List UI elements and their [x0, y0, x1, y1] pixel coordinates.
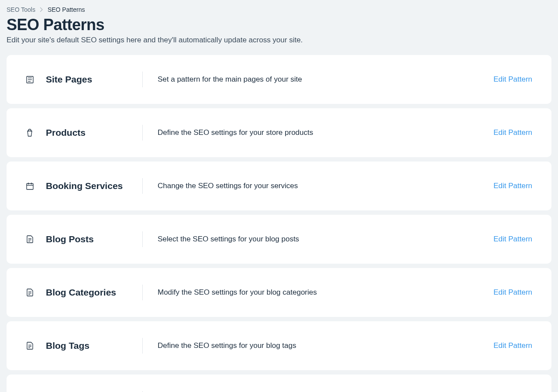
pattern-description: Set a pattern for the main pages of your… — [143, 75, 493, 84]
edit-pattern-link[interactable]: Edit Pattern — [493, 182, 532, 190]
pattern-title-col: Booking Services — [34, 178, 143, 194]
pattern-list: Site PagesSet a pattern for the main pag… — [7, 55, 551, 392]
breadcrumb-current: SEO Patterns — [48, 6, 85, 13]
chevron-right-icon — [40, 7, 43, 12]
page-title: SEO Patterns — [7, 16, 551, 34]
pattern-description: Modify the SEO settings for your blog ca… — [143, 288, 493, 297]
edit-pattern-link[interactable]: Edit Pattern — [493, 341, 532, 350]
pattern-card: Blog CategoriesModify the SEO settings f… — [7, 268, 551, 317]
page-subtitle: Edit your site's default SEO settings he… — [7, 36, 551, 45]
pattern-title-col: Products — [34, 125, 143, 141]
pattern-title: Site Pages — [46, 74, 92, 85]
pattern-description: Define the SEO settings for your blog ta… — [143, 341, 493, 350]
pattern-title-col: Blog Tags — [34, 338, 143, 354]
edit-pattern-link[interactable]: Edit Pattern — [493, 75, 532, 84]
pattern-card: Site PagesSet a pattern for the main pag… — [7, 55, 551, 104]
edit-pattern-link[interactable]: Edit Pattern — [493, 288, 532, 297]
edit-pattern-link[interactable]: Edit Pattern — [493, 128, 532, 137]
pattern-card: ProductsDefine the SEO settings for your… — [7, 108, 551, 157]
product-icon — [26, 129, 34, 137]
pattern-title: Booking Services — [46, 181, 123, 191]
document-icon — [26, 235, 34, 243]
breadcrumb-parent-link[interactable]: SEO Tools — [7, 6, 35, 13]
document-icon — [26, 289, 34, 296]
pattern-title: Blog Tags — [46, 340, 90, 351]
page-icon — [26, 76, 34, 83]
document-icon — [26, 342, 34, 350]
svg-rect-4 — [27, 183, 33, 189]
calendar-icon — [26, 182, 34, 190]
pattern-title: Blog Categories — [46, 287, 116, 298]
pattern-title: Blog Posts — [46, 234, 94, 244]
pattern-description: Select the SEO settings for your blog po… — [143, 235, 493, 244]
pattern-card: Booking ServicesChange the SEO settings … — [7, 162, 551, 210]
pattern-description: Define the SEO settings for your store p… — [143, 128, 493, 137]
pattern-card: Blog TagsDefine the SEO settings for you… — [7, 321, 551, 370]
pattern-title-col: Site Pages — [34, 72, 143, 87]
pattern-card: Blog Archive PagesSet up the SEO setting… — [7, 375, 551, 392]
pattern-title-col: Blog Categories — [34, 285, 143, 300]
breadcrumb: SEO Tools SEO Patterns — [7, 6, 551, 13]
edit-pattern-link[interactable]: Edit Pattern — [493, 235, 532, 244]
pattern-card: Blog PostsSelect the SEO settings for yo… — [7, 215, 551, 264]
pattern-title: Products — [46, 127, 86, 138]
pattern-description: Change the SEO settings for your service… — [143, 182, 493, 190]
pattern-title-col: Blog Posts — [34, 231, 143, 247]
